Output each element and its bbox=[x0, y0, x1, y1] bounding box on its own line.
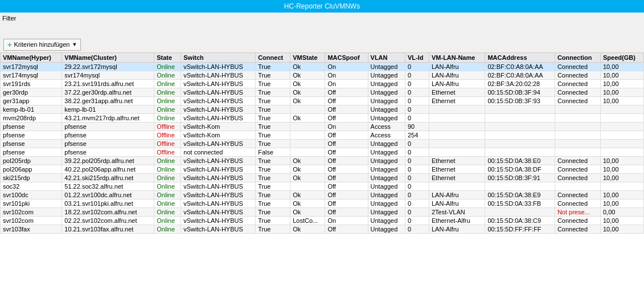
table-cell: Ethernet bbox=[429, 157, 485, 165]
table-row[interactable]: pfsensepfsenseOfflinenot connectedFalseO… bbox=[1, 148, 644, 157]
table-cell: vSwitch-LAN-HYBUS bbox=[181, 63, 256, 71]
table-cell: Off bbox=[325, 157, 368, 165]
table-row[interactable]: pfsensepfsenseOfflinevSwitch-KomTrueOffA… bbox=[1, 131, 644, 140]
table-row[interactable]: svr172mysql29.22.svr172mysqlOnlinevSwitc… bbox=[1, 63, 644, 71]
table-cell: svr174mysql bbox=[1, 71, 62, 80]
table-cell bbox=[555, 131, 600, 140]
table-cell: Ok bbox=[290, 208, 325, 217]
table-row[interactable]: pol206app40.22.pol206app.alfru.netOnline… bbox=[1, 165, 644, 174]
table-cell bbox=[555, 182, 600, 191]
table-row[interactable]: pfsensepfsenseOfflinevSwitch-LAN-HYBUSTr… bbox=[1, 140, 644, 148]
table-cell: vSwitch-LAN-HYBUS bbox=[181, 182, 256, 191]
table-row[interactable]: svr191rds23.21.svr191rds.alfru.netOnline… bbox=[1, 80, 644, 88]
table-cell: 0 bbox=[405, 80, 429, 88]
table-cell: 02:BF:3A:20:02:28 bbox=[485, 80, 555, 88]
table-row[interactable]: mvm208rdp43.21.mvm217rdp.alfru.netOnline… bbox=[1, 114, 644, 123]
table-row[interactable]: soc3251.22.soc32.alfru.netOnlinevSwitch-… bbox=[1, 182, 644, 191]
table-cell: 37.22.ger30rdp.alfru.net bbox=[62, 88, 154, 97]
table-cell: Off bbox=[325, 131, 368, 140]
table-row[interactable]: ger31app38.22.ger31app.alfru.netOnlinevS… bbox=[1, 97, 644, 105]
table-row[interactable]: pfsensepfsenseOfflinevSwitch-KomTrueOnAc… bbox=[1, 123, 644, 131]
table-cell bbox=[290, 131, 325, 140]
table-cell: 42.21.ski215rdp.alfru.net bbox=[62, 174, 154, 182]
table-cell: vSwitch-LAN-HYBUS bbox=[181, 97, 256, 105]
table-row[interactable]: ski215rdp42.21.ski215rdp.alfru.netOnline… bbox=[1, 174, 644, 182]
table-row[interactable]: svr174mysqlsvr174mysqlOnlinevSwitch-LAN-… bbox=[1, 71, 644, 80]
table-cell: 0 bbox=[405, 217, 429, 225]
table-cell: Online bbox=[154, 208, 181, 217]
table-row[interactable]: ger30rdp37.22.ger30rdp.alfru.netOnlinevS… bbox=[1, 88, 644, 97]
col-vmstate: VMState bbox=[290, 53, 325, 63]
table-cell: Ok bbox=[290, 200, 325, 208]
table-row[interactable]: svr102com02.22.svr102com.alfru.netOnline… bbox=[1, 217, 644, 225]
table-cell bbox=[429, 123, 485, 131]
table-cell bbox=[485, 131, 555, 140]
table-cell: 00:15:5D:FF:FF:FF bbox=[485, 225, 555, 234]
table-row[interactable]: kemp-lb-01kemp-lb-01OnlinevSwitch-LAN-HY… bbox=[1, 105, 644, 114]
table-cell: Off bbox=[325, 140, 368, 148]
table-cell: Off bbox=[325, 200, 368, 208]
table-cell: 0 bbox=[405, 63, 429, 71]
table-cell: Offline bbox=[154, 140, 181, 148]
table-row[interactable]: pol205rdp39.22.pol205rdp.alfru.netOnline… bbox=[1, 157, 644, 165]
dropdown-arrow-icon: ▼ bbox=[72, 42, 77, 47]
table-cell: LostCo... bbox=[290, 217, 325, 225]
table-cell: 10,00 bbox=[600, 80, 643, 88]
table-cell: vSwitch-LAN-HYBUS bbox=[181, 165, 256, 174]
table-cell: vSwitch-LAN-HYBUS bbox=[181, 105, 256, 114]
table-cell: 0 bbox=[405, 191, 429, 200]
table-cell: Untagged bbox=[368, 208, 405, 217]
app-title: HC-Reporter CluVMNWs bbox=[284, 2, 360, 10]
table-cell: Online bbox=[154, 88, 181, 97]
table-cell: Offline bbox=[154, 123, 181, 131]
table-row[interactable]: svr103fax10.21.svr103fax.alfru.netOnline… bbox=[1, 225, 644, 234]
table-cell: Connected bbox=[555, 225, 600, 234]
table-cell: 10,00 bbox=[600, 157, 643, 165]
table-cell: Ok bbox=[290, 63, 325, 71]
table-cell: 00:15:5D:0B:3F:93 bbox=[485, 97, 555, 105]
table-cell: Offline bbox=[154, 148, 181, 157]
table-cell: Online bbox=[154, 182, 181, 191]
table-cell: 40.22.pol206app.alfru.net bbox=[62, 165, 154, 174]
table-cell: kemp-lb-01 bbox=[1, 105, 62, 114]
table-cell bbox=[555, 114, 600, 123]
table-cell bbox=[485, 208, 555, 217]
table-cell: Off bbox=[325, 97, 368, 105]
table-cell bbox=[600, 123, 643, 131]
table-cell: True bbox=[256, 208, 290, 217]
table-cell: pfsense bbox=[62, 148, 154, 157]
table-cell: 0 bbox=[405, 97, 429, 105]
table-cell: Ok bbox=[290, 174, 325, 182]
table-cell: LAN-Alfru bbox=[429, 225, 485, 234]
table-cell: Access bbox=[368, 123, 405, 131]
table-cell bbox=[290, 123, 325, 131]
table-cell: Online bbox=[154, 217, 181, 225]
table-cell bbox=[485, 140, 555, 148]
table-cell: svr102com bbox=[1, 208, 62, 217]
table-cell: Untagged bbox=[368, 80, 405, 88]
table-cell: Online bbox=[154, 63, 181, 71]
add-criteria-button[interactable]: + Kriterien hinzufügen ▼ bbox=[3, 39, 81, 51]
table-cell: 01.22.svr100dc.alfru.net bbox=[62, 191, 154, 200]
table-cell bbox=[600, 114, 643, 123]
col-macspoof: MACSpoof bbox=[325, 53, 368, 63]
col-connection: Connection bbox=[555, 53, 600, 63]
table-row[interactable]: svr101pki03.21.svr101pki.alfru.netOnline… bbox=[1, 200, 644, 208]
table-cell: False bbox=[256, 148, 290, 157]
table-row[interactable]: svr100dc01.22.svr100dc.alfru.netOnlinevS… bbox=[1, 191, 644, 200]
table-cell: Untagged bbox=[368, 157, 405, 165]
table-cell: True bbox=[256, 225, 290, 234]
table-cell: Offline bbox=[154, 131, 181, 140]
table-cell bbox=[485, 114, 555, 123]
table-cell: Ok bbox=[290, 80, 325, 88]
table-cell: Untagged bbox=[368, 71, 405, 80]
table-cell: kemp-lb-01 bbox=[62, 105, 154, 114]
table-cell bbox=[290, 182, 325, 191]
table-cell: pfsense bbox=[62, 131, 154, 140]
table-cell: 0,00 bbox=[600, 208, 643, 217]
table-cell: 10,00 bbox=[600, 71, 643, 80]
add-criteria-label: Kriterien hinzufügen bbox=[14, 41, 70, 48]
table-cell: Untagged bbox=[368, 140, 405, 148]
table-row[interactable]: svr102com18.22.svr102com.alfru.netOnline… bbox=[1, 208, 644, 217]
table-cell: 10,00 bbox=[600, 174, 643, 182]
